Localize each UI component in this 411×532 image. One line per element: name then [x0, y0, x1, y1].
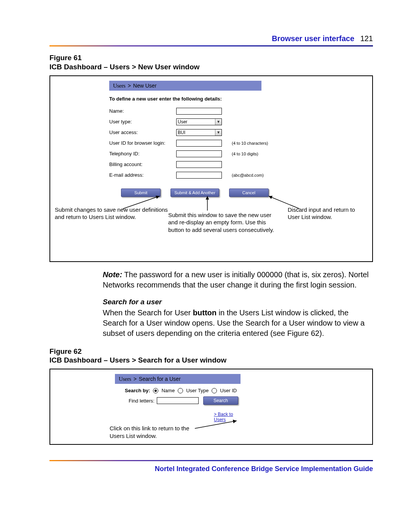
figure62-box: Users > Search for a User Search by: Nam… [49, 369, 373, 445]
note-paragraph: Note: The password for a new user is ini… [103, 270, 373, 290]
figure61-label: Figure 61 [49, 54, 81, 62]
submit-button[interactable]: Submit [121, 189, 161, 197]
header-rule [49, 45, 373, 46]
name-input[interactable] [176, 108, 222, 115]
figure62-caption: Figure 62 ICB Dashboard – Users > Search… [49, 347, 373, 365]
chevron-right-icon: > [128, 81, 131, 91]
user-type-select[interactable]: User ▼ [176, 118, 222, 125]
user-type-value: User [178, 119, 187, 125]
label-user-id: User ID for browser login: [109, 140, 174, 146]
annotation-back-link: Click on this link to return to the User… [110, 425, 197, 439]
row-user-id: User ID for browser login: (4 to 10 char… [109, 140, 261, 147]
label-telephony: Telephony ID: [109, 151, 174, 157]
figure62-annotation: Click on this link to return to the User… [107, 425, 368, 444]
breadcrumb-root: Users [113, 81, 126, 91]
page-number: 121 [360, 34, 373, 43]
telephony-input[interactable] [176, 150, 222, 157]
cancel-button[interactable]: Cancel [229, 189, 269, 197]
hint-telephony: (4 to 10 digits) [232, 152, 293, 156]
figure61-annotations: Submit changes to save new user definiti… [54, 204, 368, 246]
label-name: Name: [109, 108, 174, 114]
search-paragraph: When the Search for User button in the U… [103, 308, 373, 339]
footer-rule [49, 460, 373, 461]
footer-title: Nortel Integrated Conference Bridge Serv… [49, 465, 373, 473]
radio-user-id-label: User ID [220, 388, 237, 393]
figure62-label: Figure 62 [49, 347, 81, 355]
annotation-submit: Submit changes to save new user definiti… [55, 206, 173, 221]
user-access-value: BUI [178, 130, 185, 135]
radio-user-type-label: User Type [186, 388, 209, 393]
row-billing: Billing account: [109, 161, 261, 168]
figure61-title: ICB Dashboard – Users > New User window [49, 63, 199, 71]
label-find-letters: Find letters: [129, 398, 155, 404]
search-button[interactable]: Search [203, 396, 238, 405]
form-intro: To define a new user enter the following… [109, 96, 261, 102]
radio-name[interactable] [153, 388, 158, 393]
search-by-row: Search by: Name User Type User ID [115, 384, 241, 395]
row-name: Name: [109, 108, 261, 115]
find-row: Find letters: Search [115, 395, 241, 406]
hint-email: (abc@abcd.com) [232, 173, 293, 177]
find-letters-input[interactable] [157, 397, 199, 404]
row-email: E-mail address: (abc@abcd.com) [109, 172, 261, 179]
submit-add-another-button[interactable]: Submit & Add Another [170, 189, 219, 197]
note-text: The password for a new user is initially… [103, 270, 369, 289]
row-user-access: User access: BUI ▼ [109, 129, 261, 136]
radio-user-id[interactable] [212, 388, 217, 393]
label-billing: Billing account: [109, 161, 174, 167]
breadcrumb: Users > New User [109, 81, 261, 91]
radio-name-label: Name [161, 388, 175, 393]
back-to-users-link[interactable]: > Back to Users [214, 412, 241, 422]
user-access-select[interactable]: BUI ▼ [176, 129, 222, 136]
radio-user-type[interactable] [178, 388, 183, 393]
row-user-type: User type: User ▼ [109, 118, 261, 125]
figure61-box: Users > New User To define a new user en… [49, 75, 373, 262]
chevron-right-icon: > [134, 374, 137, 384]
annotation-cancel: Discard input and return to User List wi… [288, 206, 368, 221]
billing-input[interactable] [176, 161, 222, 168]
breadcrumb-leaf: New User [133, 81, 156, 91]
new-user-form: To define a new user enter the following… [109, 91, 261, 179]
hint-user-id: (4 to 10 characters) [232, 141, 293, 145]
figure62-title: ICB Dashboard – Users > Search for a Use… [49, 356, 226, 364]
search-subheading: Search for a user [103, 298, 373, 306]
label-email: E-mail address: [109, 172, 174, 178]
email-input[interactable] [176, 172, 222, 179]
label-user-access: User access: [109, 129, 174, 135]
user-id-input[interactable] [176, 140, 222, 147]
annotation-submit-add: Submit this window to save the new user … [168, 211, 279, 234]
breadcrumb-root: Users [119, 374, 131, 384]
row-telephony: Telephony ID: (4 to 10 digits) [109, 150, 261, 157]
figure61-caption: Figure 61 ICB Dashboard – Users > New Us… [49, 53, 373, 72]
label-search-by: Search by: [125, 388, 150, 393]
label-user-type: User type: [109, 119, 174, 125]
breadcrumb-leaf: Search for a User [139, 374, 181, 384]
note-label: Note: [103, 270, 122, 279]
breadcrumb-search: Users > Search for a User [115, 374, 241, 384]
chevron-down-icon: ▼ [215, 129, 221, 136]
page-header: Browser user interface 121 [49, 34, 373, 43]
section-title: Browser user interface [272, 34, 354, 43]
chevron-down-icon: ▼ [215, 119, 221, 125]
